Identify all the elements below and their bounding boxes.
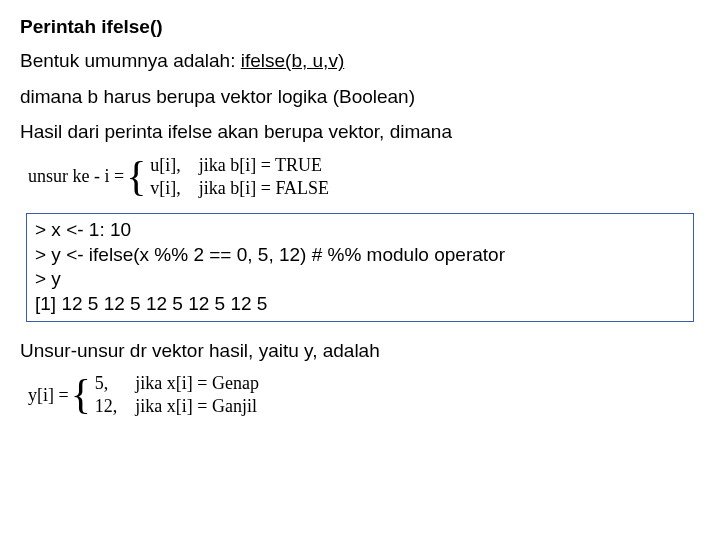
brace-icon: { [126,158,146,196]
paragraph-3: Hasil dari perinta ifelse akan berupa ve… [20,119,700,145]
math1-case1: u[i], jika b[i] = TRUE [150,155,329,176]
paragraph-1: Bentuk umumnya adalah: ifelse(b, u,v) [20,48,700,74]
math2-case1: 5, jika x[i] = Genap [95,373,259,394]
math1-lhs: unsur ke - i = [28,166,124,187]
paragraph-2: dimana b harus berupa vektor logika (Boo… [20,84,700,110]
math-formula-2: y[i] = { 5, jika x[i] = Genap 12, jika x… [28,373,700,417]
para1-text: Bentuk umumnya adalah: [20,50,241,71]
page-title: Perintah ifelse() [20,16,700,38]
code-box: > x <- 1: 10 > y <- ifelse(x %% 2 == 0, … [26,213,694,322]
math2-lhs: y[i] = [28,385,69,406]
math1-case2: v[i], jika b[i] = FALSE [150,178,329,199]
brace-icon: { [71,376,91,414]
code-line-1: > x <- 1: 10 [35,218,685,243]
code-line-2: > y <- ifelse(x %% 2 == 0, 5, 12) # %% m… [35,243,685,268]
code-line-3: > y [35,267,685,292]
para1-underline: ifelse(b, u,v) [241,50,344,71]
math2-case2: 12, jika x[i] = Ganjil [95,396,259,417]
paragraph-4: Unsur-unsur dr vektor hasil, yaitu y, ad… [20,338,700,364]
code-line-4: [1] 12 5 12 5 12 5 12 5 12 5 [35,292,685,317]
math-formula-1: unsur ke - i = { u[i], jika b[i] = TRUE … [28,155,700,199]
